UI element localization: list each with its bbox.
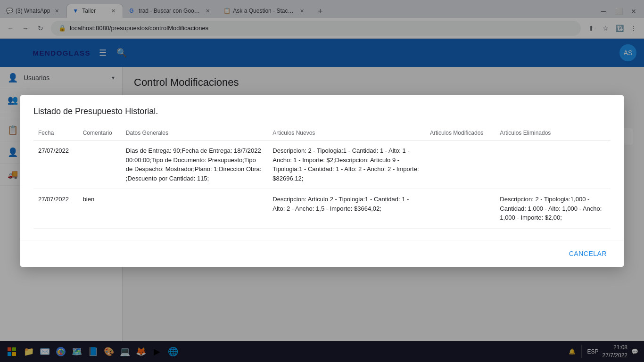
modal-content: Listado de Presupuesto Historial. Fecha …	[20, 95, 624, 240]
row1-datos-generales: Dias de Entrega: 90;Fecha de Entrega: 18…	[121, 140, 268, 189]
col-header-comentario: Comentario	[78, 126, 121, 140]
row1-comentario	[78, 140, 121, 189]
col-header-datos-generales: Datos Generales	[121, 126, 268, 140]
row1-articulos-modificados	[425, 140, 495, 189]
col-header-articulos-modificados: Articulos Modificados	[425, 126, 495, 140]
row2-articulos-modificados	[425, 189, 495, 229]
row1-articulos-eliminados	[495, 140, 611, 189]
modal-overlay: Listado de Presupuesto Historial. Fecha …	[0, 39, 644, 341]
row2-articulos-nuevos: Descripcion: Articulo 2 - Tipologia:1 - …	[268, 189, 425, 229]
modal-row-2: 27/07/2022 bien Descripcion: Articulo 2 …	[33, 189, 611, 229]
full-page: 💬 (3) WhatsApp ✕ ▼ Taller ✕ G trad - Bus…	[0, 0, 644, 362]
cancel-button[interactable]: CANCELAR	[561, 246, 614, 261]
row2-fecha: 27/07/2022	[33, 189, 78, 229]
modal-row-1: 27/07/2022 Dias de Entrega: 90;Fecha de …	[33, 140, 611, 189]
row2-comentario: bien	[78, 189, 121, 229]
modal-dialog: Listado de Presupuesto Historial. Fecha …	[20, 95, 624, 267]
row2-datos-generales	[121, 189, 268, 229]
modal-title: Listado de Presupuesto Historial.	[33, 107, 611, 116]
modal-table: Fecha Comentario Datos Generales Articul…	[33, 126, 611, 229]
modal-table-header: Fecha Comentario Datos Generales Articul…	[33, 126, 611, 140]
modal-footer: CANCELAR	[20, 240, 624, 267]
row1-fecha: 27/07/2022	[33, 140, 78, 189]
col-header-fecha: Fecha	[33, 126, 78, 140]
col-header-articulos-nuevos: Articulos Nuevos	[268, 126, 425, 140]
row2-articulos-eliminados: Descripcion: 2 - Tipologia:1,000 - Canti…	[495, 189, 611, 229]
row1-articulos-nuevos: Descripcion: 2 - Tipologia:1 - Cantidad:…	[268, 140, 425, 189]
col-header-articulos-eliminados: Articulos Eliminados	[495, 126, 611, 140]
browser-body: ▲▲ MENDOGLASS ☰ 🔍 AS 👤 Usuarios ▾ 👥 Cli	[0, 39, 644, 341]
